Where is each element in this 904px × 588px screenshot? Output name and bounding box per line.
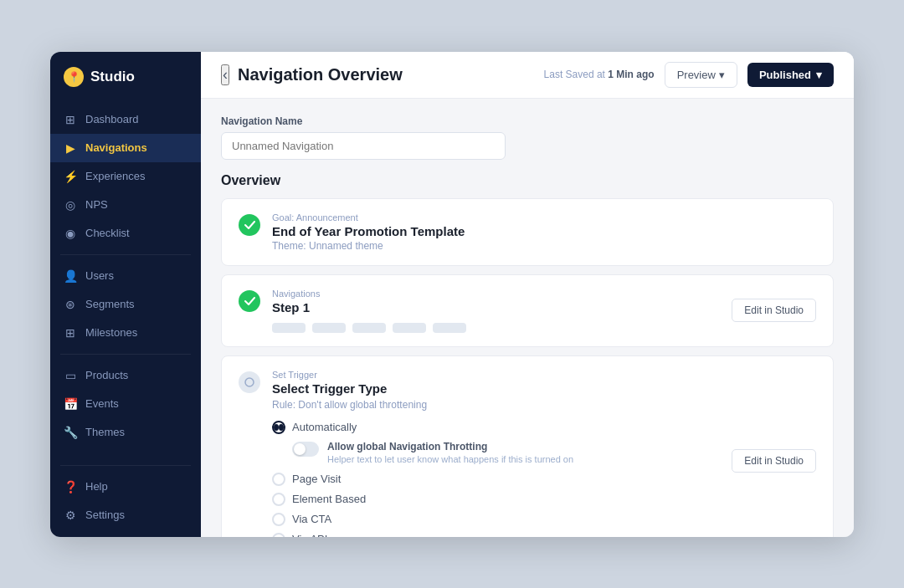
sidebar-item-settings[interactable]: ⚙ Settings bbox=[50, 501, 201, 529]
published-button[interactable]: Published ▾ bbox=[747, 63, 834, 87]
sidebar-item-themes[interactable]: 🔧 Themes bbox=[50, 418, 201, 447]
sidebar: 📍 Studio ⊞ Dashboard ▶ Navigations ⚡ Exp… bbox=[50, 52, 201, 537]
content-area: Navigation Name Overview Goal: bbox=[201, 99, 854, 537]
sidebar-item-users[interactable]: 👤 Users bbox=[50, 262, 201, 290]
main-content: ‹ Navigation Overview Last Saved at 1 Mi… bbox=[201, 52, 854, 537]
app-window: 📍 Studio ⊞ Dashboard ▶ Navigations ⚡ Exp… bbox=[50, 52, 854, 537]
trigger-rule: Rule: Don't allow global throttening bbox=[272, 399, 720, 411]
nav-name-label: Navigation Name bbox=[221, 115, 834, 127]
trigger-card-row: Set Trigger Select Trigger Type Rule: Do… bbox=[239, 370, 816, 537]
goal-card: Goal: Announcement End of Year Promotion… bbox=[221, 198, 834, 266]
radio-element-based[interactable]: Element Based bbox=[272, 493, 720, 506]
sidebar-item-label: Products bbox=[85, 369, 128, 381]
help-icon: ❓ bbox=[64, 480, 77, 493]
sidebar-divider bbox=[60, 465, 191, 466]
last-saved: Last Saved at 1 Min ago bbox=[544, 69, 655, 80]
throttling-toggle[interactable] bbox=[292, 442, 319, 457]
back-button[interactable]: ‹ bbox=[221, 64, 229, 85]
navigations-title: Step 1 bbox=[272, 300, 720, 314]
sidebar-item-label: Navigations bbox=[85, 141, 147, 154]
trigger-tag: Set Trigger bbox=[272, 370, 720, 380]
sidebar-item-events[interactable]: 📅 Events bbox=[50, 390, 201, 418]
preview-label: Preview bbox=[677, 69, 716, 81]
milestones-icon: ⊞ bbox=[64, 326, 77, 340]
overview-title: Overview bbox=[221, 173, 834, 188]
navigations-card-row: Navigations Step 1 Edit in Studio bbox=[239, 289, 816, 333]
goal-card-info: Goal: Announcement End of Year Promotion… bbox=[272, 212, 816, 252]
radio-dot-auto bbox=[272, 421, 285, 434]
trigger-card: Set Trigger Select Trigger Type Rule: Do… bbox=[221, 355, 834, 537]
navigations-card: Navigations Step 1 Edit in Studio bbox=[221, 274, 834, 347]
sidebar-item-label: Events bbox=[85, 397, 119, 410]
themes-icon: 🔧 bbox=[64, 426, 77, 439]
toggle-label: Allow global Navigation Throtting bbox=[327, 441, 720, 453]
radio-automatically[interactable]: Automatically bbox=[272, 421, 720, 434]
sidebar-item-dashboard[interactable]: ⊞ Dashboard bbox=[50, 105, 201, 134]
goal-title: End of Year Promotion Template bbox=[272, 224, 816, 238]
last-saved-time: 1 Min ago bbox=[608, 69, 654, 80]
radio-dot-cta bbox=[272, 513, 285, 526]
page-title: Navigation Overview bbox=[238, 65, 544, 84]
skeleton-block bbox=[272, 323, 306, 333]
overview-section: Overview Goal: Announcement End of Year … bbox=[221, 173, 834, 537]
goal-card-row: Goal: Announcement End of Year Promotion… bbox=[239, 212, 816, 252]
products-icon: ▭ bbox=[64, 369, 77, 382]
navigations-tag: Navigations bbox=[272, 289, 720, 299]
sidebar-item-help[interactable]: ❓ Help bbox=[50, 473, 201, 501]
trigger-title: Select Trigger Type bbox=[272, 381, 720, 396]
edit-studio-button-nav[interactable]: Edit in Studio bbox=[732, 299, 816, 322]
sidebar-item-nps[interactable]: ◎ NPS bbox=[50, 191, 201, 219]
goal-subtitle: Theme: Unnamed theme bbox=[272, 240, 816, 252]
sidebar-item-user[interactable]: JD John Doe bbox=[50, 529, 201, 537]
toggle-row: Allow global Navigation Throtting Helper… bbox=[292, 441, 720, 464]
radio-page-visit-label: Page Visit bbox=[292, 473, 341, 485]
published-chevron: ▾ bbox=[816, 69, 822, 81]
users-icon: 👤 bbox=[64, 269, 77, 283]
nav-name-input[interactable] bbox=[221, 132, 506, 160]
nav-name-section: Navigation Name bbox=[221, 115, 834, 160]
skeleton-block bbox=[393, 323, 426, 333]
sidebar-item-navigations[interactable]: ▶ Navigations bbox=[50, 134, 201, 162]
header: ‹ Navigation Overview Last Saved at 1 Mi… bbox=[201, 52, 854, 99]
edit-studio-button-trigger[interactable]: Edit in Studio bbox=[732, 449, 816, 473]
logo[interactable]: 📍 Studio bbox=[50, 52, 201, 100]
skeleton-block bbox=[352, 323, 386, 333]
radio-dot-element bbox=[272, 493, 285, 506]
radio-dot-page-visit bbox=[272, 473, 285, 486]
radio-auto-label: Automatically bbox=[292, 421, 357, 433]
preview-chevron: ▾ bbox=[719, 69, 725, 81]
last-saved-prefix: Last Saved at bbox=[544, 69, 605, 80]
sidebar-item-label: Milestones bbox=[85, 326, 137, 339]
radio-page-visit[interactable]: Page Visit bbox=[272, 473, 720, 486]
sidebar-item-label: Themes bbox=[85, 426, 125, 438]
sidebar-item-label: Experiences bbox=[85, 170, 146, 182]
trigger-pending-icon bbox=[239, 371, 260, 393]
radio-via-api[interactable]: Via API bbox=[272, 533, 720, 537]
radio-via-cta[interactable]: Via CTA bbox=[272, 513, 720, 526]
radio-element-label: Element Based bbox=[292, 493, 366, 505]
events-icon: 📅 bbox=[64, 397, 77, 411]
sidebar-item-checklist[interactable]: ◉ Checklist bbox=[50, 219, 201, 248]
skeleton-block bbox=[312, 323, 346, 333]
sidebar-item-experiences[interactable]: ⚡ Experiences bbox=[50, 162, 201, 191]
toggle-text: Allow global Navigation Throtting Helper… bbox=[327, 441, 720, 464]
sidebar-item-milestones[interactable]: ⊞ Milestones bbox=[50, 319, 201, 347]
sidebar-item-label: Users bbox=[85, 269, 114, 282]
sidebar-item-segments[interactable]: ⊛ Segments bbox=[50, 290, 201, 319]
segments-icon: ⊛ bbox=[64, 298, 77, 311]
radio-api-label: Via API bbox=[292, 533, 327, 537]
navigations-check-icon bbox=[239, 290, 260, 312]
preview-button[interactable]: Preview ▾ bbox=[665, 62, 737, 88]
checklist-icon: ◉ bbox=[64, 227, 77, 240]
navigations-card-info: Navigations Step 1 bbox=[272, 289, 720, 333]
goal-tag: Goal: Announcement bbox=[272, 212, 816, 222]
radio-options: Automatically Allow global Navigation Th… bbox=[272, 421, 720, 537]
sidebar-item-products[interactable]: ▭ Products bbox=[50, 361, 201, 390]
trigger-card-info: Set Trigger Select Trigger Type Rule: Do… bbox=[272, 370, 720, 537]
nps-icon: ◎ bbox=[64, 198, 77, 212]
sidebar-item-label: Segments bbox=[85, 298, 135, 310]
logo-icon: 📍 bbox=[64, 67, 84, 87]
radio-cta-label: Via CTA bbox=[292, 513, 331, 525]
sidebar-divider bbox=[60, 254, 191, 255]
sidebar-divider bbox=[60, 354, 191, 355]
